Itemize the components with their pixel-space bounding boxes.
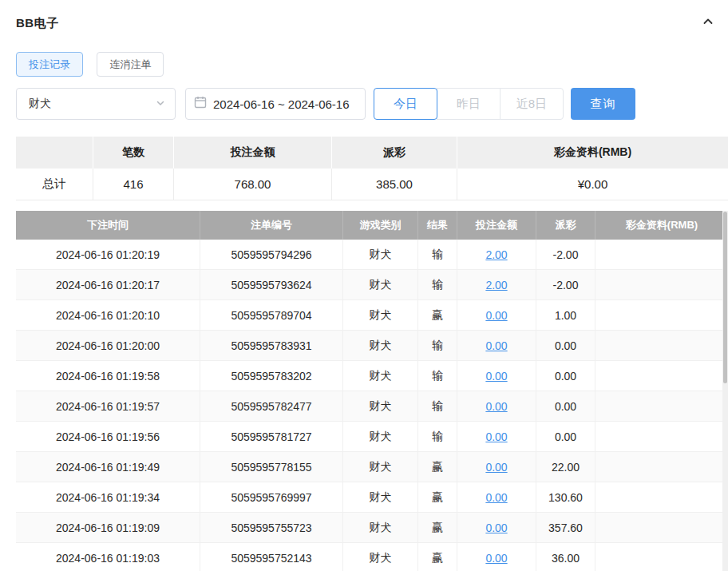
filter-bar: 财犬 今日 昨日 近8日 查询 [0,77,728,120]
result-cell: 赢 [418,482,457,513]
summary-header-bet: 投注金额 [174,137,332,169]
payout-cell: 22.00 [536,452,595,482]
game-select-value: 财犬 [29,97,51,111]
bet-time-cell: 2024-06-16 01:20:10 [16,300,200,331]
date-range-input[interactable] [185,88,366,120]
bonus-cell [595,361,728,391]
chevron-down-icon [156,97,165,110]
bet-amount-link[interactable]: 0.00 [485,400,507,413]
column-header-order: 注单编号 [200,211,343,240]
result-cell: 输 [418,422,457,452]
payout-cell: 130.60 [536,482,595,513]
table-row: 2024-06-16 01:19:09 5059595755723 财犬 赢 0… [16,513,728,543]
order-id-cell: 5059595782477 [200,391,343,422]
bonus-cell [595,513,728,543]
bet-amount-link[interactable]: 0.00 [485,491,507,504]
bet-amount-cell: 0.00 [457,482,536,513]
bet-amount-link[interactable]: 0.00 [485,461,507,474]
search-button[interactable]: 查询 [571,88,635,120]
date-range-value[interactable] [213,97,365,111]
bet-amount-link[interactable]: 0.00 [485,339,507,352]
summary-total-row: 总计 416 768.00 385.00 ¥0.00 [16,169,728,200]
game-type-cell: 财犬 [343,452,418,482]
result-cell: 输 [418,391,457,422]
bet-amount-link[interactable]: 0.00 [485,370,507,383]
bet-time-cell: 2024-06-16 01:20:17 [16,270,200,300]
column-header-bet: 投注金额 [457,211,536,240]
payout-cell: 0.00 [536,361,595,391]
game-type-cell: 财犬 [343,270,418,300]
tab-bet-records[interactable]: 投注记录 [16,52,83,77]
game-type-cell: 财犬 [343,361,418,391]
summary-table: 笔数 投注金额 派彩 彩金资料(RMB) 总计 416 768.00 385.0… [16,137,728,200]
order-id-cell: 5059595793624 [200,270,343,300]
bet-time-cell: 2024-06-16 01:19:57 [16,391,200,422]
bet-amount-cell: 0.00 [457,361,536,391]
bet-amount-link[interactable]: 2.00 [485,279,507,291]
bet-amount-link[interactable]: 0.00 [485,430,507,443]
bonus-cell [595,482,728,513]
bonus-cell [595,240,728,270]
bet-time-cell: 2024-06-16 01:19:58 [16,361,200,391]
result-cell: 输 [418,270,457,300]
payout-cell: 0.00 [536,391,595,422]
table-row: 2024-06-16 01:20:17 5059595793624 财犬 输 2… [16,270,728,300]
payout-cell: -2.00 [536,270,595,300]
result-cell: 赢 [418,513,457,543]
bonus-cell [595,300,728,331]
result-cell: 输 [418,361,457,391]
order-id-cell: 5059595755723 [200,513,343,543]
quick-button-today[interactable]: 今日 [374,88,437,120]
bet-time-cell: 2024-06-16 01:20:00 [16,331,200,361]
bet-amount-link[interactable]: 0.00 [485,309,507,322]
game-type-cell: 财犬 [343,422,418,452]
collapse-button[interactable] [699,14,717,32]
summary-total-bet: 768.00 [174,169,332,200]
chevron-up-icon [702,15,714,31]
bet-amount-link[interactable]: 0.00 [485,521,507,534]
scrollbar-thumb[interactable] [723,212,727,383]
payout-cell: 36.00 [536,543,595,571]
bet-time-cell: 2024-06-16 01:19:34 [16,482,200,513]
bonus-cell [595,331,728,361]
result-cell: 输 [418,331,457,361]
summary-header-count: 笔数 [93,137,174,169]
summary-header-row: 笔数 投注金额 派彩 彩金资料(RMB) [16,137,728,169]
bet-amount-cell: 2.00 [457,240,536,270]
bet-time-cell: 2024-06-16 01:20:19 [16,240,200,270]
bet-amount-cell: 2.00 [457,270,536,300]
order-id-cell: 5059595783202 [200,361,343,391]
summary-total-bonus: ¥0.00 [457,169,728,200]
scrollbar[interactable] [722,211,728,571]
result-cell: 赢 [418,543,457,571]
page-title: BB电子 [16,16,59,31]
summary-total-payout: 385.00 [332,169,457,200]
bonus-cell [595,391,728,422]
order-id-cell: 5059595769997 [200,482,343,513]
summary-header-empty [16,137,93,169]
bonus-cell [595,452,728,482]
game-select[interactable]: 财犬 [16,88,176,120]
table-header-row: 下注时间 注单编号 游戏类别 结果 投注金额 派彩 彩金资料(RMB) [16,211,728,240]
game-type-cell: 财犬 [343,300,418,331]
order-id-cell: 5059595783931 [200,331,343,361]
game-type-cell: 财犬 [343,331,418,361]
bet-time-cell: 2024-06-16 01:19:56 [16,422,200,452]
result-cell: 赢 [418,452,457,482]
game-type-cell: 财犬 [343,240,418,270]
summary-total-label: 总计 [16,169,93,200]
bet-amount-cell: 0.00 [457,543,536,571]
table-row: 2024-06-16 01:20:19 5059595794296 财犬 输 2… [16,240,728,270]
bet-amount-cell: 0.00 [457,422,536,452]
bet-amount-link[interactable]: 0.00 [485,552,507,565]
records-table: 下注时间 注单编号 游戏类别 结果 投注金额 派彩 彩金资料(RMB) 2024… [16,211,728,571]
column-header-result: 结果 [418,211,457,240]
tab-cancelled-orders[interactable]: 连消注单 [97,52,164,77]
bet-amount-link[interactable]: 2.00 [485,248,507,261]
quick-button-yesterday[interactable]: 昨日 [437,88,500,120]
table-row: 2024-06-16 01:19:57 5059595782477 财犬 输 0… [16,391,728,422]
result-cell: 赢 [418,300,457,331]
order-id-cell: 5059595789704 [200,300,343,331]
quick-button-last8days[interactable]: 近8日 [500,88,564,120]
summary-header-bonus: 彩金资料(RMB) [457,137,728,169]
